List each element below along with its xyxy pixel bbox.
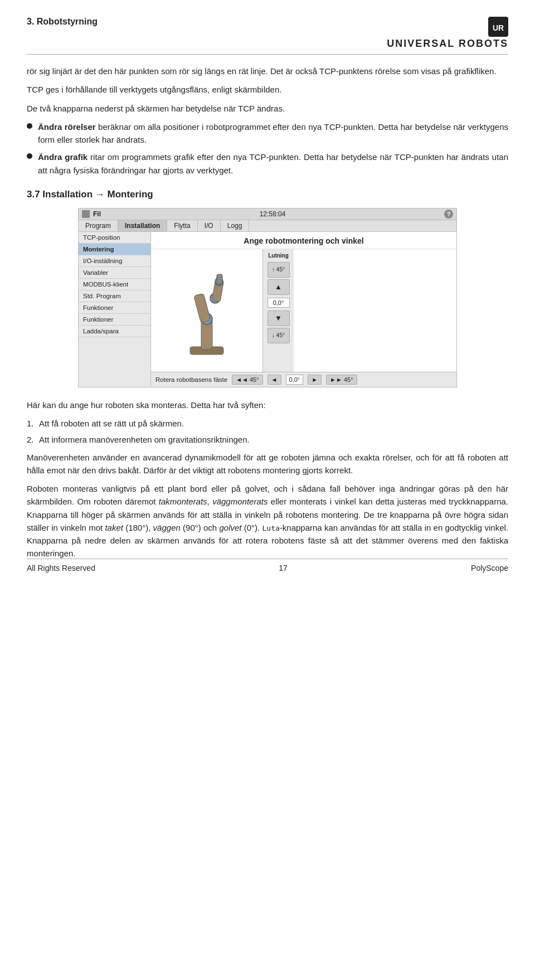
post-fig-p3: Roboten monteras vanligtvis på ett plant… <box>27 482 508 560</box>
footer-page-number: 17 <box>279 564 288 573</box>
rotate-label: Rotera robotbasens fäste <box>155 376 227 383</box>
footer-right: PolyScope <box>471 564 508 573</box>
bullet-text-1: Ändra rörelser beräknar om alla position… <box>38 120 508 147</box>
numbered-item-2: 2. Att informera manöverenheten om gravi… <box>27 433 508 446</box>
italic-vaggen: väggen <box>153 523 181 532</box>
sidebar-item-funktioner-2[interactable]: Funktioner <box>79 314 150 326</box>
file-icon <box>82 210 90 218</box>
italic-taket: taket <box>105 523 123 532</box>
footer-left: All Rights Reserved <box>27 564 95 573</box>
btn-rotate-left-45[interactable]: ◄◄ 45° <box>232 375 262 385</box>
ui-main-body: Lutning ↑ 45° ▲ 0,0° ▼ ↓ 45° <box>151 249 456 372</box>
sidebar-item-variabler[interactable]: Variabler <box>79 267 150 279</box>
tilt-angle-display: 0,0° <box>268 298 290 308</box>
ui-titlebar-left: Fil <box>82 210 101 218</box>
sidebar-item-montering[interactable]: Montering <box>79 244 150 255</box>
paragraph-3: De två knapparna nederst på skärmen har … <box>27 102 508 115</box>
ui-screenshot: Fil 12:58:04 ? Program Installation Flyt… <box>78 208 457 387</box>
sidebar-item-io[interactable]: I/O-inställning <box>79 255 150 267</box>
btn-tilt-up[interactable]: ▲ <box>268 279 290 295</box>
bullet-bold-2: Ändra grafik <box>38 152 87 162</box>
logo-text: UNIVERSAL ROBOTS <box>387 38 508 50</box>
lutning-label: Lutning <box>268 253 289 259</box>
paragraph-2: TCP ges i förhållande till verktygets ut… <box>27 83 508 96</box>
bullet-text-2: Ändra grafik ritar om programmets grafik… <box>38 151 508 177</box>
italic-vaggmonterats: väggmonterats <box>212 497 268 506</box>
tab-io[interactable]: I/O <box>198 220 221 231</box>
sidebar-item-funktioner-1[interactable]: Funktioner <box>79 302 150 314</box>
ui-body: TCP-position Montering I/O-inställning V… <box>79 232 456 387</box>
bullet-item-1: Ändra rörelser beräknar om alla position… <box>27 120 508 147</box>
bullet-dot-1 <box>27 123 32 129</box>
numbered-text-1: Att få roboten att se rätt ut på skärmen… <box>39 417 508 430</box>
bullet-bold-1: Ändra rörelser <box>38 122 96 132</box>
btn-tilt-down-45[interactable]: ↓ 45° <box>268 328 290 343</box>
ui-tabs: Program Installation Flytta I/O Logg <box>79 220 456 232</box>
italic-takmonterats: takmonterats <box>159 497 207 506</box>
svg-rect-9 <box>217 274 222 284</box>
rotate-angle-display: 0,0° <box>286 375 304 385</box>
tab-logg[interactable]: Logg <box>221 220 250 231</box>
sidebar-item-ladda[interactable]: Ladda/spara <box>79 326 150 337</box>
ui-right-panel: Lutning ↑ 45° ▲ 0,0° ▼ ↓ 45° <box>262 249 294 372</box>
page-footer: All Rights Reserved 17 PolyScope <box>27 559 508 573</box>
sidebar-item-tcp[interactable]: TCP-position <box>79 232 150 244</box>
ui-time: 12:58:04 <box>260 210 286 218</box>
ui-main: Ange robotmontering och vinkel <box>151 232 456 387</box>
post-fig-p1: Här kan du ange hur roboten ska monteras… <box>27 399 508 411</box>
paragraph-1: rör sig linjärt är det den här punkten s… <box>27 65 508 77</box>
sidebar-item-std-program[interactable]: Std. Program <box>79 290 150 302</box>
page-header: 3. Robotstyrning UR UNIVERSAL ROBOTS <box>27 17 508 55</box>
btn-tilt-down[interactable]: ▼ <box>268 311 290 326</box>
post-fig-p2: Manöverenheten använder en avancerad dyn… <box>27 451 508 477</box>
tab-installation[interactable]: Installation <box>118 220 167 231</box>
svg-rect-5 <box>194 293 211 323</box>
numbered-text-2: Att informera manöverenheten om gravitat… <box>39 433 508 446</box>
tab-program[interactable]: Program <box>79 220 118 231</box>
chapter-title: 3. Robotstyrning <box>27 17 98 27</box>
logo-area: UR UNIVERSAL ROBOTS <box>387 17 508 50</box>
section-heading: 3.7 Installation → Montering <box>27 189 508 200</box>
btn-rotate-left[interactable]: ◄ <box>268 375 281 385</box>
robot-arm-svg <box>151 260 262 361</box>
code-luta: Luta <box>262 524 280 532</box>
sidebar-item-modbus[interactable]: MODBUS-klient <box>79 279 150 290</box>
ui-help-button[interactable]: ? <box>444 210 453 219</box>
italic-golvet: golvet <box>219 523 241 532</box>
btn-tilt-up-45[interactable]: ↑ 45° <box>268 262 290 278</box>
ui-titlebar: Fil 12:58:04 ? <box>79 208 456 220</box>
numbered-item-1: 1. Att få roboten att se rätt ut på skär… <box>27 417 508 430</box>
bullet-dot-2 <box>27 153 32 159</box>
bullet-item-2: Ändra grafik ritar om programmets grafik… <box>27 151 508 177</box>
ui-bottom-bar: Rotera robotbasens fäste ◄◄ 45° ◄ 0,0° ►… <box>151 372 456 387</box>
ui-canvas <box>151 249 262 372</box>
ur-logo-icon: UR <box>488 17 508 37</box>
ui-file-label: Fil <box>93 210 101 218</box>
num-1: 1. <box>27 417 39 430</box>
btn-rotate-right-45[interactable]: ►► 45° <box>326 375 357 385</box>
btn-rotate-right[interactable]: ► <box>308 375 322 385</box>
tab-flytta[interactable]: Flytta <box>167 220 197 231</box>
ui-main-title: Ange robotmontering och vinkel <box>151 232 456 249</box>
num-2: 2. <box>27 433 39 446</box>
ui-sidebar: TCP-position Montering I/O-inställning V… <box>79 232 151 387</box>
svg-text:UR: UR <box>493 23 504 32</box>
numbered-list: 1. Att få roboten att se rätt ut på skär… <box>27 417 508 447</box>
